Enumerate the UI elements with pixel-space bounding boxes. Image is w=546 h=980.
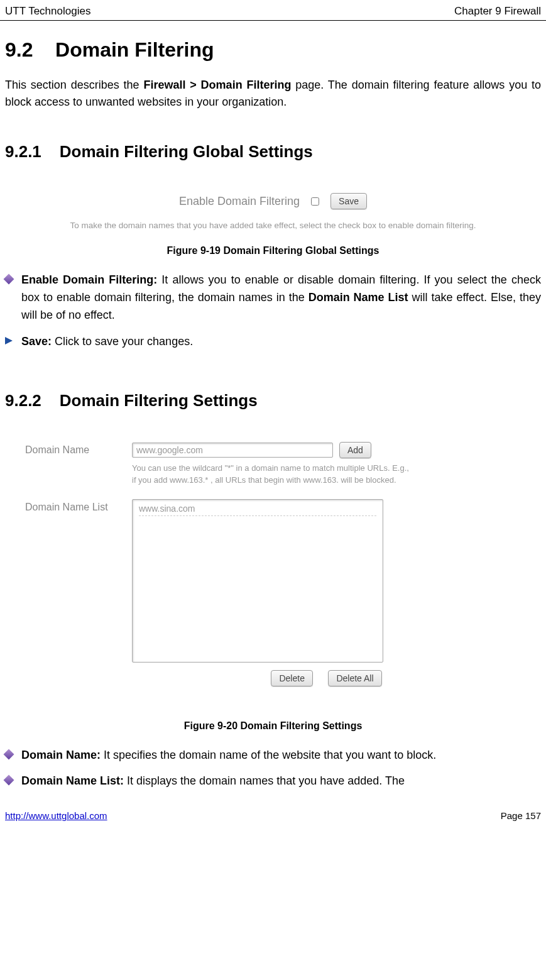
section-title: 9.2 Domain Filtering [0,21,546,77]
header-chapter: Chapter 9 Firewall [454,5,541,18]
add-button[interactable]: Add [339,442,371,458]
list-item[interactable]: www.sina.com [139,504,376,516]
subsection-global-settings: 9.2.1 Domain Filtering Global Settings [0,111,546,187]
domain-name-list-label: Domain Name List [25,499,113,513]
diamond-bullet-icon [5,776,13,784]
diamond-bullet-icon [5,275,13,283]
diamond-bullet-icon [5,751,13,758]
subsection-filtering-settings: 9.2.2 Domain Filtering Settings [0,360,546,436]
enable-hint: To make the domain names that you have a… [0,221,546,230]
figure-caption-20: Figure 9-20 Domain Filtering Settings [0,720,546,732]
figure-caption-19: Figure 9-19 Domain Filtering Global Sett… [0,245,546,256]
delete-all-button[interactable]: Delete All [328,670,381,686]
intro-paragraph: This section describes the Firewall > Do… [0,77,546,111]
footer-page: Page 157 [501,810,541,821]
domain-name-label: Domain Name [25,442,113,456]
figure-filtering-settings: Domain Name Add You can use the wildcard… [0,436,546,705]
footer-url[interactable]: http://www.uttglobal.com [5,810,107,821]
bullet-domain-name-list: Domain Name List: It displays the domain… [21,773,541,790]
wildcard-hint: You can use the wildcard "*" in a domain… [132,462,521,487]
enable-domain-filtering-checkbox[interactable] [311,197,319,206]
delete-button[interactable]: Delete [271,670,312,686]
figure-global-settings: Enable Domain Filtering Save To make the… [0,193,546,230]
enable-domain-filtering-label: Enable Domain Filtering [179,195,300,208]
bullet-domain-name: Domain Name: It specifies the domain nam… [21,747,541,764]
bullet-save: Save: Click to save your changes. [21,333,541,351]
domain-name-listbox[interactable]: www.sina.com [132,499,383,663]
header-company: UTT Technologies [5,5,90,18]
domain-name-input[interactable] [132,443,333,458]
bullet-enable-filtering: Enable Domain Filtering: It allows you t… [21,272,541,324]
save-button[interactable]: Save [330,193,367,209]
arrow-bullet-icon [5,337,13,344]
